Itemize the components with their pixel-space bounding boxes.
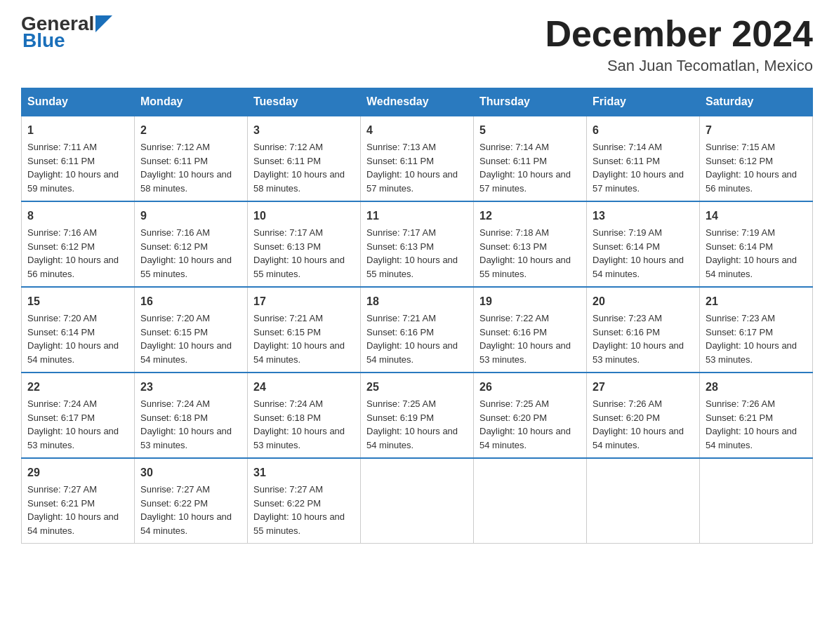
calendar-cell: 17 Sunrise: 7:21 AMSunset: 6:15 PMDaylig… [248,287,361,373]
day-number: 31 [253,464,355,481]
day-info: Sunrise: 7:21 AMSunset: 6:16 PMDaylight:… [366,313,458,365]
calendar-table: SundayMondayTuesdayWednesdayThursdayFrid… [21,88,813,544]
day-info: Sunrise: 7:18 AMSunset: 6:13 PMDaylight:… [479,227,571,279]
day-info: Sunrise: 7:13 AMSunset: 6:11 PMDaylight:… [366,142,458,194]
day-info: Sunrise: 7:11 AMSunset: 6:11 PMDaylight:… [27,142,119,194]
title-section: December 2024 San Juan Tecomatlan, Mexic… [545,14,813,75]
day-info: Sunrise: 7:26 AMSunset: 6:20 PMDaylight:… [593,398,684,450]
calendar-week-3: 15 Sunrise: 7:20 AMSunset: 6:14 PMDaylig… [22,287,813,373]
day-info: Sunrise: 7:27 AMSunset: 6:21 PMDaylight:… [27,484,119,536]
day-number: 29 [27,464,128,481]
calendar-cell: 3 Sunrise: 7:12 AMSunset: 6:11 PMDayligh… [248,116,361,201]
calendar-cell: 18 Sunrise: 7:21 AMSunset: 6:16 PMDaylig… [361,287,474,373]
day-number: 20 [593,293,694,310]
calendar-week-4: 22 Sunrise: 7:24 AMSunset: 6:17 PMDaylig… [22,373,813,458]
calendar-cell [587,458,700,544]
day-number: 5 [479,122,581,139]
calendar-week-5: 29 Sunrise: 7:27 AMSunset: 6:21 PMDaylig… [22,458,813,544]
day-info: Sunrise: 7:16 AMSunset: 6:12 PMDaylight:… [140,227,232,279]
day-number: 24 [253,379,355,396]
header-saturday: Saturday [700,88,813,116]
day-number: 19 [479,293,581,310]
day-info: Sunrise: 7:12 AMSunset: 6:11 PMDaylight:… [140,142,232,194]
day-number: 23 [140,379,241,396]
day-info: Sunrise: 7:23 AMSunset: 6:17 PMDaylight:… [706,313,797,365]
day-number: 14 [706,208,807,224]
day-info: Sunrise: 7:25 AMSunset: 6:19 PMDaylight:… [366,398,458,450]
day-number: 22 [27,379,128,396]
calendar-cell: 28 Sunrise: 7:26 AMSunset: 6:21 PMDaylig… [700,373,813,458]
day-number: 28 [706,379,807,396]
calendar-cell [474,458,587,544]
day-info: Sunrise: 7:14 AMSunset: 6:11 PMDaylight:… [479,142,571,194]
calendar-cell: 9 Sunrise: 7:16 AMSunset: 6:12 PMDayligh… [135,201,248,287]
calendar-cell: 15 Sunrise: 7:20 AMSunset: 6:14 PMDaylig… [22,287,135,373]
calendar-cell: 1 Sunrise: 7:11 AMSunset: 6:11 PMDayligh… [22,116,135,201]
location-subtitle: San Juan Tecomatlan, Mexico [545,57,813,75]
day-info: Sunrise: 7:24 AMSunset: 6:17 PMDaylight:… [27,398,119,450]
day-number: 11 [366,208,468,224]
calendar-cell: 27 Sunrise: 7:26 AMSunset: 6:20 PMDaylig… [587,373,700,458]
day-number: 15 [27,293,128,310]
header-tuesday: Tuesday [248,88,361,116]
day-number: 1 [27,122,128,139]
calendar-cell: 31 Sunrise: 7:27 AMSunset: 6:22 PMDaylig… [248,458,361,544]
day-info: Sunrise: 7:23 AMSunset: 6:16 PMDaylight:… [593,313,684,365]
calendar-week-2: 8 Sunrise: 7:16 AMSunset: 6:12 PMDayligh… [22,201,813,287]
calendar-cell: 30 Sunrise: 7:27 AMSunset: 6:22 PMDaylig… [135,458,248,544]
day-info: Sunrise: 7:22 AMSunset: 6:16 PMDaylight:… [479,313,571,365]
day-number: 4 [366,122,468,139]
calendar-cell [700,458,813,544]
day-info: Sunrise: 7:20 AMSunset: 6:15 PMDaylight:… [140,313,232,365]
calendar-header-row: SundayMondayTuesdayWednesdayThursdayFrid… [22,88,813,116]
day-info: Sunrise: 7:27 AMSunset: 6:22 PMDaylight:… [140,484,232,536]
day-number: 25 [366,379,468,396]
day-number: 21 [706,293,807,310]
header-friday: Friday [587,88,700,116]
calendar-cell: 8 Sunrise: 7:16 AMSunset: 6:12 PMDayligh… [22,201,135,287]
day-info: Sunrise: 7:21 AMSunset: 6:15 PMDaylight:… [253,313,345,365]
day-info: Sunrise: 7:24 AMSunset: 6:18 PMDaylight:… [140,398,232,450]
logo: General Blue [21,14,112,51]
day-info: Sunrise: 7:19 AMSunset: 6:14 PMDaylight:… [593,227,684,279]
calendar-cell: 11 Sunrise: 7:17 AMSunset: 6:13 PMDaylig… [361,201,474,287]
day-number: 7 [706,122,807,139]
day-info: Sunrise: 7:27 AMSunset: 6:22 PMDaylight:… [253,484,345,536]
day-info: Sunrise: 7:20 AMSunset: 6:14 PMDaylight:… [27,313,119,365]
header-sunday: Sunday [22,88,135,116]
calendar-cell: 16 Sunrise: 7:20 AMSunset: 6:15 PMDaylig… [135,287,248,373]
calendar-cell: 19 Sunrise: 7:22 AMSunset: 6:16 PMDaylig… [474,287,587,373]
day-number: 12 [479,208,581,224]
day-number: 10 [253,208,355,224]
header-wednesday: Wednesday [361,88,474,116]
day-number: 9 [140,208,241,224]
logo-triangle-icon [95,15,112,32]
logo-text-blue: Blue [21,31,112,51]
day-info: Sunrise: 7:24 AMSunset: 6:18 PMDaylight:… [253,398,345,450]
header-thursday: Thursday [474,88,587,116]
calendar-cell [361,458,474,544]
day-number: 30 [140,464,241,481]
day-number: 6 [593,122,694,139]
calendar-cell: 13 Sunrise: 7:19 AMSunset: 6:14 PMDaylig… [587,201,700,287]
day-info: Sunrise: 7:14 AMSunset: 6:11 PMDaylight:… [593,142,684,194]
calendar-cell: 6 Sunrise: 7:14 AMSunset: 6:11 PMDayligh… [587,116,700,201]
day-info: Sunrise: 7:26 AMSunset: 6:21 PMDaylight:… [706,398,797,450]
calendar-cell: 23 Sunrise: 7:24 AMSunset: 6:18 PMDaylig… [135,373,248,458]
calendar-cell: 29 Sunrise: 7:27 AMSunset: 6:21 PMDaylig… [22,458,135,544]
day-number: 17 [253,293,355,310]
day-info: Sunrise: 7:19 AMSunset: 6:14 PMDaylight:… [706,227,797,279]
calendar-cell: 24 Sunrise: 7:24 AMSunset: 6:18 PMDaylig… [248,373,361,458]
day-info: Sunrise: 7:15 AMSunset: 6:12 PMDaylight:… [706,142,797,194]
day-number: 18 [366,293,468,310]
day-number: 3 [253,122,355,139]
month-title: December 2024 [545,14,813,54]
calendar-cell: 5 Sunrise: 7:14 AMSunset: 6:11 PMDayligh… [474,116,587,201]
day-info: Sunrise: 7:17 AMSunset: 6:13 PMDaylight:… [253,227,345,279]
day-info: Sunrise: 7:25 AMSunset: 6:20 PMDaylight:… [479,398,571,450]
calendar-cell: 21 Sunrise: 7:23 AMSunset: 6:17 PMDaylig… [700,287,813,373]
day-number: 16 [140,293,241,310]
calendar-cell: 26 Sunrise: 7:25 AMSunset: 6:20 PMDaylig… [474,373,587,458]
day-number: 27 [593,379,694,396]
day-number: 13 [593,208,694,224]
